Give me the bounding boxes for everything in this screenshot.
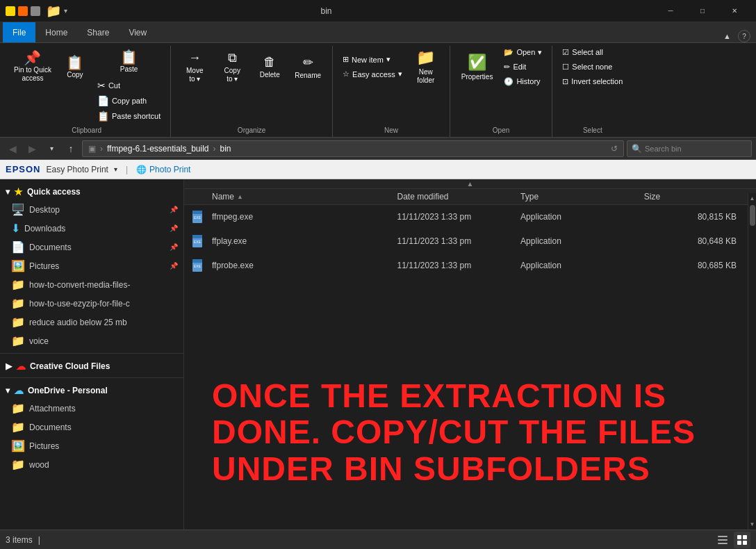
sidebar-item-desktop[interactable]: 🖥️ Desktop 📌 [0, 200, 183, 219]
pin-quick-access-button[interactable]: 📌 Pin to Quickaccess [8, 46, 57, 88]
desktop-icon: 🖥️ [11, 203, 25, 216]
file-row-ffplay[interactable]: EXE ffplay.exe 11/11/2023 1:33 pm Applic… [184, 229, 756, 254]
up-button[interactable]: ↑ [63, 140, 79, 157]
epson-photo-print[interactable]: 🌐 Photo Print [136, 165, 190, 174]
content-scroll-thumb[interactable] [750, 205, 755, 226]
copy-to-button[interactable]: ⧉ Copyto ▾ [214, 46, 250, 88]
delete-button[interactable]: 🗑 Delete [252, 46, 288, 88]
status-bar: 3 items | [0, 530, 756, 549]
quick-access-header[interactable]: ▾ ★ Quick access [0, 182, 183, 200]
epson-dropdown-icon[interactable]: ▾ [114, 165, 117, 173]
close-button[interactable]: ✕ [718, 0, 750, 22]
content-pane: ▲ Name ▲ Date modified Type Size [184, 179, 756, 530]
select-all-button[interactable]: ☑ Select all [558, 46, 627, 59]
ribbon-group-new: ⊞ New item ▾ ☆ Easy access ▾ 📁 Newfolder… [333, 46, 450, 137]
sidebar-item-reduce-audio[interactable]: 📁 reduce audio below 25 mb [0, 313, 183, 331]
col-header-date[interactable]: Date modified [397, 192, 520, 202]
content-scroll-down-btn[interactable]: ▼ [748, 519, 756, 530]
back-button[interactable]: ◀ [4, 140, 21, 157]
epson-app-name: Easy Photo Print [47, 165, 108, 174]
chevron-up-icon[interactable]: ▲ [719, 31, 735, 42]
minimize-button[interactable]: ─ [655, 0, 687, 22]
items-count: 3 items [6, 535, 33, 545]
organize-buttons: → Moveto ▾ ⧉ Copyto ▾ 🗑 Delete ✏ Rename [176, 46, 327, 124]
tab-view[interactable]: View [119, 22, 156, 42]
select-none-button[interactable]: ☐ Select none [558, 60, 627, 74]
downloads-label: Downloads [24, 224, 65, 233]
svg-rect-13 [743, 535, 747, 539]
refresh-icon[interactable]: ↺ [611, 144, 618, 154]
downloads-icon: ⬇ [11, 222, 20, 235]
window-title: bin [3, 6, 649, 16]
recent-button[interactable]: ▾ [43, 140, 60, 157]
svg-rect-1 [192, 211, 202, 214]
sidebar-item-voice[interactable]: 📁 voice [0, 331, 183, 350]
file-row-ffmpeg[interactable]: EXE ffmpeg.exe 11/11/2023 1:33 pm Applic… [184, 205, 756, 229]
paste-shortcut-button[interactable]: 📋 Paste shortcut [93, 108, 165, 124]
sidebar-divider-1 [0, 353, 183, 354]
copy-button[interactable]: 📋 Copy [58, 46, 92, 88]
ffmpeg-date: 11/11/2023 1:33 pm [397, 212, 520, 222]
forward-button[interactable]: ▶ [24, 140, 40, 157]
sidebar-divider-2 [0, 377, 183, 378]
sidebar-item-documents[interactable]: 📄 Documents 📌 [0, 238, 183, 256]
easy-access-icon: ☆ [343, 69, 350, 79]
sidebar-item-pictures[interactable]: 🖼️ Pictures 📌 [0, 256, 183, 275]
onedrive-label: OneDrive - Personal [28, 386, 108, 395]
maximize-button[interactable]: □ [687, 0, 718, 22]
open-button[interactable]: 📂 Open ▾ [500, 46, 546, 59]
ezyzip-label: how-to-use-ezyzip-for-file-c [29, 299, 130, 309]
svg-rect-14 [737, 541, 741, 545]
details-view-button[interactable] [714, 532, 731, 548]
paste-button[interactable]: 📋 Paste [93, 46, 165, 76]
sidebar-item-ezyzip[interactable]: 📁 how-to-use-ezyzip-for-file-c [0, 294, 183, 313]
edit-button[interactable]: ✏ Edit [500, 60, 546, 74]
creative-cloud-header[interactable]: ▶ ☁ Creative Cloud Files [0, 357, 183, 375]
tab-home[interactable]: Home [35, 22, 77, 42]
sidebar-item-wood[interactable]: 📁 wood [0, 455, 183, 474]
sidebar-item-attachments[interactable]: 📁 Attachments [0, 399, 183, 418]
copy-path-button[interactable]: 📄 Copy path [93, 93, 165, 108]
easy-access-button[interactable]: ☆ Easy access ▾ [338, 67, 406, 81]
search-bar[interactable]: 🔍 Search bin [627, 140, 752, 157]
sidebar-item-downloads[interactable]: ⬇ Downloads 📌 [0, 219, 183, 238]
select-buttons: ☑ Select all ☐ Select none ⊡ Invert sele… [558, 46, 627, 124]
clipboard-buttons: 📌 Pin to Quickaccess 📋 Copy 📋 Paste ✂ Cu… [8, 46, 165, 124]
content-scroll-up-btn[interactable]: ▲ [748, 193, 756, 204]
ffmpeg-size: 80,815 KB [644, 212, 750, 222]
address-bar[interactable]: ▣ › ffmpeg-6.1-essentials_build › bin ↺ [82, 140, 624, 157]
tab-file[interactable]: File [3, 22, 35, 42]
new-buttons: ⊞ New item ▾ ☆ Easy access ▾ 📁 Newfolder [338, 46, 444, 124]
svg-rect-12 [737, 535, 741, 539]
attachments-label: Attachments [29, 404, 76, 413]
sidebar-item-convert[interactable]: 📁 how-to-convert-media-files- [0, 275, 183, 294]
pin-icon-pictures: 📌 [170, 262, 178, 270]
onedrive-header[interactable]: ▾ ☁ OneDrive - Personal [0, 381, 183, 399]
help-icon[interactable]: ? [738, 30, 750, 42]
file-row-ffprobe[interactable]: EXE ffprobe.exe 11/11/2023 1:33 pm Appli… [184, 254, 756, 278]
pin-icon-desktop: 📌 [170, 206, 178, 213]
col-header-name[interactable]: Name ▲ [190, 192, 397, 202]
large-icons-view-button[interactable] [734, 532, 750, 548]
onedrive-chevron-icon: ▾ [6, 386, 10, 395]
rename-button[interactable]: ✏ Rename [289, 46, 327, 88]
col-header-type[interactable]: Type [520, 192, 644, 202]
move-to-label: Moveto ▾ [186, 67, 203, 83]
ffplay-file-icon: EXE [190, 233, 206, 249]
tab-share[interactable]: Share [77, 22, 119, 42]
cut-button[interactable]: ✂ Cut [93, 78, 165, 93]
content-scrollbar[interactable]: ▲ ▼ [748, 193, 756, 530]
history-button[interactable]: 🕐 History [500, 75, 546, 88]
col-header-size[interactable]: Size [644, 192, 750, 202]
ribbon-group-organize: → Moveto ▾ ⧉ Copyto ▾ 🗑 Delete ✏ Rename … [171, 46, 333, 137]
invert-selection-button[interactable]: ⊡ Invert selection [558, 75, 627, 88]
move-to-button[interactable]: → Moveto ▾ [176, 46, 213, 88]
scroll-up-indicator[interactable]: ▲ [184, 179, 756, 189]
sidebar-item-onedrive-pictures[interactable]: 🖼️ Pictures [0, 436, 183, 455]
new-item-button[interactable]: ⊞ New item ▾ [338, 53, 406, 66]
easy-access-arrow: ▾ [398, 69, 402, 79]
new-folder-button[interactable]: 📁 Newfolder [408, 46, 444, 88]
properties-button[interactable]: ✅ Properties [456, 46, 499, 88]
sidebar-item-onedrive-documents[interactable]: 📁 Documents [0, 418, 183, 436]
invert-icon: ⊡ [562, 77, 568, 86]
